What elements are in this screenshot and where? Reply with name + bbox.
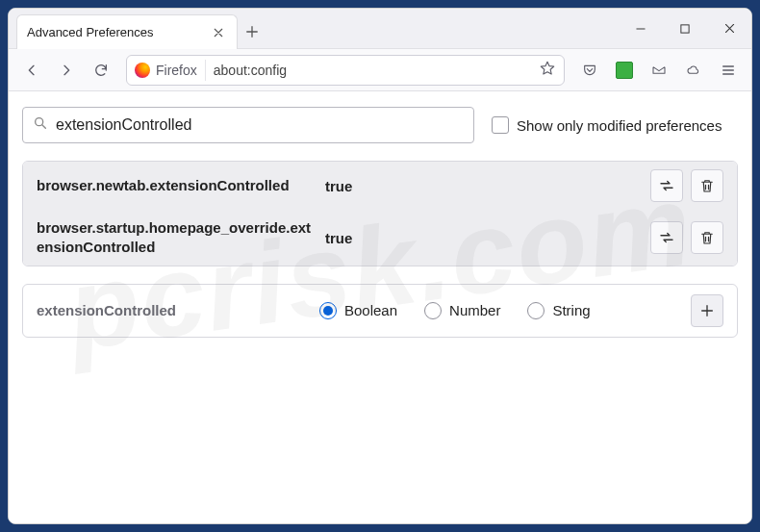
identity-box[interactable]: Firefox	[135, 60, 206, 81]
reload-button[interactable]	[86, 55, 116, 86]
pref-search-box[interactable]	[22, 107, 474, 143]
delete-button[interactable]	[691, 169, 723, 202]
tab-title: Advanced Preferences	[27, 25, 154, 39]
trash-icon	[698, 229, 716, 246]
radio-number[interactable]: Number	[424, 302, 500, 319]
pref-value: true	[325, 230, 650, 246]
close-window-button[interactable]	[707, 9, 751, 48]
radio-string[interactable]: String	[527, 302, 590, 319]
show-modified-checkbox[interactable]: Show only modified preferences	[492, 116, 722, 134]
account-button[interactable]	[678, 55, 709, 86]
pocket-icon	[582, 63, 597, 78]
pref-name: browser.startup.homepage_override.extens…	[37, 218, 325, 258]
mail-icon	[651, 63, 667, 78]
tab-close-button[interactable]	[210, 24, 227, 41]
pref-value: true	[325, 178, 650, 194]
pref-results: browser.newtab.extensionControlled true …	[22, 161, 738, 266]
plus-icon	[245, 25, 259, 38]
hamburger-icon	[721, 63, 736, 78]
url-bar[interactable]: Firefox about:config	[126, 55, 565, 86]
checkbox-label: Show only modified preferences	[517, 117, 722, 134]
radio-label: String	[552, 302, 590, 318]
delete-button[interactable]	[691, 221, 723, 254]
minimize-button[interactable]	[619, 9, 663, 48]
toggle-button[interactable]	[650, 221, 683, 254]
pref-actions	[650, 221, 723, 254]
cloud-icon	[686, 63, 701, 78]
toggle-icon	[658, 177, 675, 194]
pref-search-input[interactable]	[56, 116, 464, 134]
plus-icon	[699, 303, 715, 318]
reload-icon	[93, 63, 109, 78]
search-icon	[33, 115, 48, 135]
maximize-icon	[679, 23, 691, 35]
window-controls	[619, 9, 751, 48]
navigation-toolbar: Firefox about:config	[9, 49, 751, 91]
close-icon	[213, 27, 224, 38]
about-config-content: Show only modified preferences browser.n…	[9, 91, 751, 523]
star-icon	[539, 60, 556, 77]
radio-label: Number	[449, 302, 500, 318]
app-menu-button[interactable]	[713, 55, 744, 86]
pref-row: browser.newtab.extensionControlled true	[23, 162, 737, 211]
search-row: Show only modified preferences	[22, 107, 738, 143]
svg-point-1	[36, 118, 43, 126]
checkbox-icon	[492, 116, 509, 134]
radio-icon	[424, 302, 442, 319]
new-tab-button[interactable]	[238, 14, 266, 48]
maximize-button[interactable]	[663, 9, 707, 48]
browser-window: Advanced Preferences	[8, 8, 752, 524]
extension-button[interactable]	[609, 55, 640, 86]
svg-rect-0	[681, 24, 689, 32]
toggle-icon	[658, 229, 675, 246]
toggle-button[interactable]	[650, 169, 683, 202]
add-pref-button[interactable]	[691, 294, 723, 327]
browser-tab[interactable]: Advanced Preferences	[16, 14, 238, 49]
back-button[interactable]	[16, 55, 47, 86]
type-radio-group: Boolean Number String	[319, 302, 591, 319]
address-text: about:config	[214, 63, 287, 78]
pocket-button[interactable]	[574, 55, 605, 86]
radio-icon	[527, 302, 545, 319]
add-pref-name: extensionControlled	[37, 302, 306, 318]
firefox-icon	[135, 63, 150, 78]
arrow-right-icon	[59, 63, 74, 78]
identity-label: Firefox	[156, 63, 197, 78]
add-pref-row: extensionControlled Boolean Number Strin…	[22, 284, 738, 338]
pref-name: browser.newtab.extensionControlled	[37, 176, 325, 195]
extension-icon	[616, 62, 633, 79]
radio-boolean[interactable]: Boolean	[319, 302, 397, 319]
titlebar: Advanced Preferences	[9, 9, 751, 49]
arrow-left-icon	[24, 63, 39, 78]
pref-row: browser.startup.homepage_override.extens…	[23, 211, 737, 266]
bookmark-star-button[interactable]	[539, 60, 556, 80]
radio-icon	[319, 302, 337, 319]
mail-button[interactable]	[644, 55, 674, 86]
trash-icon	[698, 177, 716, 194]
forward-button[interactable]	[51, 55, 82, 86]
close-icon	[723, 22, 736, 35]
minimize-icon	[635, 23, 646, 35]
radio-label: Boolean	[344, 302, 397, 318]
pref-actions	[650, 169, 723, 202]
